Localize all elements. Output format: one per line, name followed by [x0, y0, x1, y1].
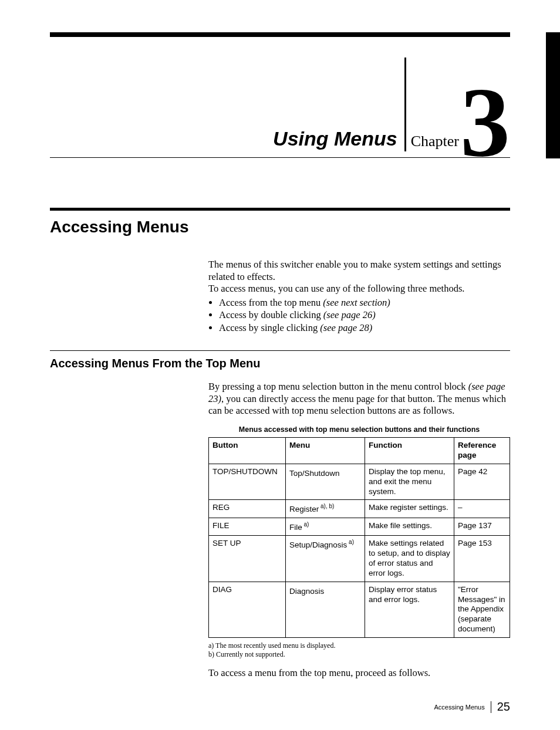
list-item: Access by single clicking (see page 28): [219, 322, 510, 334]
cell-reference: Page 137: [454, 518, 510, 535]
subsection-title: Accessing Menus From the Top Menu: [50, 357, 510, 370]
list-item: Access by double clicking (see page 26): [219, 309, 510, 321]
chapter-title: Using Menus: [273, 127, 397, 157]
th-menu: Menu: [286, 438, 365, 464]
section-rule: [50, 208, 510, 211]
th-button: Button: [209, 438, 286, 464]
chapter-number: 3: [460, 82, 510, 162]
cell-button: FILE: [209, 518, 286, 535]
intro-para-1: The menus of this switcher enable you to…: [208, 259, 510, 283]
subsection-rule: [50, 350, 510, 351]
cell-menu: Top/Shutdown: [286, 464, 365, 500]
footnotes: a) The most recently used menu is displa…: [208, 641, 510, 659]
para-a: By pressing a top menu selection button …: [208, 381, 468, 392]
cell-button: REG: [209, 500, 286, 518]
subsection-para: By pressing a top menu selection button …: [208, 381, 510, 417]
bullet-ref: (see next section): [323, 297, 390, 308]
table-header-row: Button Menu Function Reference page: [209, 438, 510, 464]
list-item: Access from the top menu (see next secti…: [219, 296, 510, 309]
intro-para-2: To access menus, you can use any of the …: [208, 283, 510, 295]
menu-sup: a): [302, 521, 309, 528]
menu-name: Setup/Diagnosis: [289, 540, 347, 549]
cell-function: Make file settings.: [365, 518, 454, 535]
th-reference: Reference page: [454, 438, 510, 464]
cell-menu: Diagnosis: [286, 582, 365, 637]
page-footer: Accessing Menus 25: [434, 700, 510, 714]
bullet-ref: (see page 28): [320, 322, 372, 333]
cell-function: Make register settings.: [365, 500, 454, 518]
closing-para: To access a menu from the top menu, proc…: [208, 667, 510, 679]
menu-sup: a), b): [319, 503, 334, 509]
subsection-body: By pressing a top menu selection button …: [208, 381, 510, 679]
menu-table: Button Menu Function Reference page TOP/…: [208, 437, 510, 638]
menu-name: Top/Shutdown: [289, 468, 340, 477]
cell-function: Display the top menu, and exit the menu …: [365, 464, 454, 500]
footnote-b: b) Currently not supported.: [208, 650, 510, 659]
bullet-ref: (see page 26): [323, 309, 376, 320]
table-row: SET UP Setup/Diagnosis a) Make settings …: [209, 536, 510, 582]
table-row: DIAG Diagnosis Display error status and …: [209, 582, 510, 637]
footer-divider: [491, 701, 491, 713]
vertical-divider: [404, 58, 406, 151]
table-caption: Menus accessed with top menu selection b…: [208, 425, 510, 434]
cell-reference: –: [454, 500, 510, 518]
cell-menu: File a): [286, 518, 365, 535]
cell-button: DIAG: [209, 582, 286, 637]
footer-label: Accessing Menus: [434, 704, 491, 711]
cell-button: SET UP: [209, 536, 286, 582]
menu-name: Diagnosis: [289, 586, 324, 595]
cell-menu: Setup/Diagnosis a): [286, 536, 365, 582]
cell-button: TOP/SHUTDOWN: [209, 464, 286, 500]
top-rule: [50, 32, 510, 37]
section-title: Accessing Menus: [50, 218, 510, 236]
cell-reference: Page 153: [454, 536, 510, 582]
th-function: Function: [365, 438, 454, 464]
bullet-text: Access by double clicking: [219, 309, 323, 320]
table-row: REG Register a), b) Make register settin…: [209, 500, 510, 518]
menu-sup: a): [347, 539, 354, 545]
table-row: FILE File a) Make file settings. Page 13…: [209, 518, 510, 535]
chapter-word: Chapter: [411, 133, 460, 157]
footnote-a: a) The most recently used menu is displa…: [208, 641, 510, 650]
cell-function: Make settings related to setup, and to d…: [365, 536, 454, 582]
chapter-header: Using Menus Chapter 3: [50, 37, 510, 158]
intro-block: The menus of this switcher enable you to…: [208, 259, 510, 334]
menu-name: Register: [289, 505, 319, 513]
thumb-tab: [546, 32, 560, 158]
table-row: TOP/SHUTDOWN Top/Shutdown Display the to…: [209, 464, 510, 500]
para-b: , you can directly access the menu page …: [208, 393, 506, 417]
cell-function: Display error status and error logs.: [365, 582, 454, 637]
bullet-text: Access from the top menu: [219, 297, 323, 308]
menu-name: File: [289, 522, 302, 531]
access-methods-list: Access from the top menu (see next secti…: [208, 296, 510, 334]
bullet-text: Access by single clicking: [219, 322, 320, 333]
cell-reference: Page 42: [454, 464, 510, 500]
page-number: 25: [497, 700, 510, 714]
cell-menu: Register a), b): [286, 500, 365, 518]
cell-reference: "Error Messages" in the Appendix (separa…: [454, 582, 510, 637]
page-content: Using Menus Chapter 3 Accessing Menus Th…: [0, 0, 560, 702]
